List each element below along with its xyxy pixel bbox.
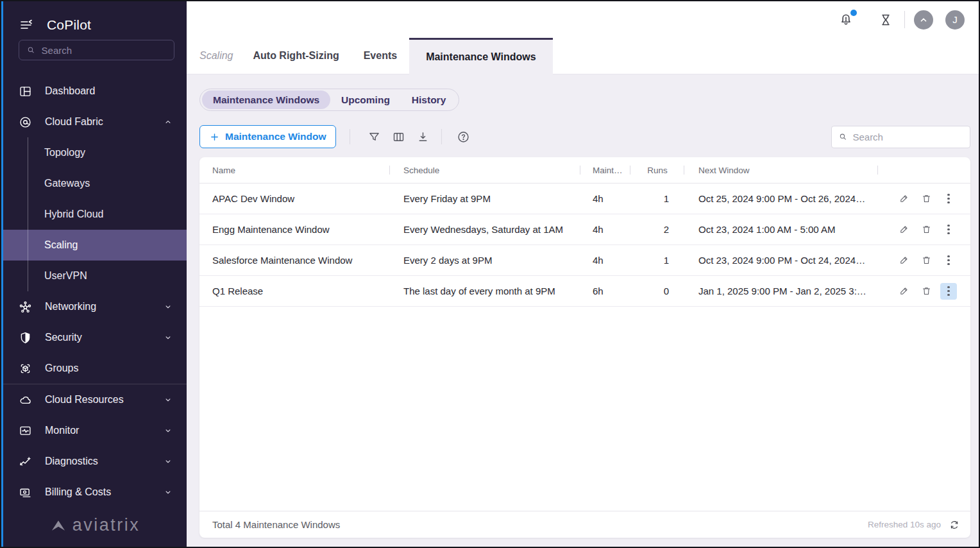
add-button-label: Maintenance Window — [225, 131, 326, 142]
hourglass-icon — [878, 12, 893, 28]
edit-button[interactable] — [895, 252, 912, 269]
kebab-icon — [947, 194, 949, 203]
row-actions — [878, 283, 970, 300]
sidebar-item-diagnostics[interactable]: Diagnostics — [3, 446, 187, 477]
delete-button[interactable] — [918, 283, 934, 300]
help-icon — [457, 130, 470, 144]
sidebar-item-scaling[interactable]: Scaling — [3, 230, 187, 261]
sidebar-item-label: Groups — [45, 363, 173, 374]
cell-schedule: Every 2 days at 9PM — [390, 255, 580, 266]
more-menu-button[interactable] — [940, 221, 957, 238]
table-empty-space — [199, 307, 970, 511]
notifications-button[interactable] — [838, 12, 854, 28]
tab-auto-right-sizing[interactable]: Auto Right-Sizing — [253, 50, 339, 62]
sidebar-item-dashboard[interactable]: Dashboard — [3, 76, 187, 107]
more-menu-button[interactable] — [940, 191, 957, 207]
cell-runs: 1 — [630, 193, 684, 204]
tab-maintenance-windows[interactable]: Maintenance Windows — [409, 38, 552, 74]
sidebar-item-uservpn[interactable]: UserVPN — [3, 261, 187, 291]
columns-button[interactable] — [390, 128, 407, 145]
table-footer: Total 4 Maintenance Windows Refreshed 10… — [199, 511, 970, 538]
billing-icon — [19, 486, 32, 499]
sidebar-subitem-label: Scaling — [44, 239, 78, 251]
scroll-top-button[interactable] — [914, 10, 933, 30]
sidebar-item-monitor[interactable]: Monitor — [3, 415, 187, 446]
trash-icon — [921, 193, 932, 204]
sidebar-item-networking[interactable]: Networking — [3, 291, 187, 322]
more-menu-button[interactable] — [940, 283, 957, 300]
more-menu-button[interactable] — [940, 252, 957, 269]
trash-icon — [921, 286, 932, 296]
sidebar-item-gateways[interactable]: Gateways — [3, 168, 187, 199]
sidebar-item-cloud-fabric[interactable]: Cloud Fabric — [3, 107, 187, 137]
refresh-button[interactable] — [948, 518, 961, 531]
cell-name: APAC Dev Window — [199, 193, 390, 204]
chevron-down-icon — [164, 395, 173, 404]
delete-button[interactable] — [918, 191, 934, 207]
column-header-name[interactable]: Name — [199, 166, 390, 175]
diagnostics-icon — [19, 455, 32, 468]
edit-button[interactable] — [895, 283, 912, 300]
add-maintenance-window-button[interactable]: Maintenance Window — [199, 125, 336, 148]
sidebar-item-groups[interactable]: Groups — [3, 353, 187, 384]
cloud-fabric-children: Topology Gateways Hybrid Cloud Scaling U… — [3, 137, 187, 291]
filter-icon — [368, 130, 381, 144]
collapse-menu-icon[interactable] — [19, 17, 34, 33]
cell-runs: 0 — [630, 286, 684, 296]
column-header-schedule[interactable]: Schedule — [390, 166, 580, 175]
kebab-icon — [947, 225, 949, 234]
cloud-icon — [19, 393, 32, 407]
column-header-maintenance[interactable]: Maint… — [580, 166, 630, 175]
cell-next-window: Oct 23, 2024 9:00 PM - Oct 24, 2024… — [684, 255, 878, 266]
sidebar-item-topology[interactable]: Topology — [3, 137, 187, 168]
help-button[interactable] — [455, 128, 471, 145]
toolbar-divider — [441, 129, 442, 144]
table-row[interactable]: Engg Maintenance Window Every Wednesdays… — [199, 214, 970, 245]
sidebar-item-label: Monitor — [45, 425, 151, 436]
main-area: J Scaling Auto Right-Sizing Events Maint… — [187, 1, 979, 547]
table-row[interactable]: Q1 Release The last day of every month a… — [199, 276, 970, 307]
sidebar-search-input[interactable] — [42, 45, 166, 56]
row-actions — [878, 252, 970, 269]
tab-events[interactable]: Events — [364, 50, 397, 62]
pencil-icon — [899, 224, 909, 235]
page-content: Maintenance Windows Upcoming History Mai… — [187, 74, 979, 547]
table-search[interactable] — [831, 126, 970, 148]
sidebar-item-security[interactable]: Security — [3, 322, 187, 353]
cell-next-window: Oct 25, 2024 9:00 PM - Oct 26, 2024… — [684, 193, 878, 204]
delete-button[interactable] — [918, 252, 934, 269]
chevron-down-icon — [164, 457, 173, 466]
download-button[interactable] — [414, 128, 431, 145]
topbar: J — [187, 1, 979, 38]
sidebar-subitem-label: Hybrid Cloud — [44, 209, 103, 220]
cell-schedule: Every Wednesdays, Saturday at 1AM — [390, 224, 580, 235]
sidebar-item-hybrid-cloud[interactable]: Hybrid Cloud — [3, 199, 187, 230]
column-header-runs[interactable]: Runs — [630, 166, 684, 175]
table-search-input[interactable] — [852, 132, 963, 142]
sidebar-subitem-label: Gateways — [44, 178, 90, 189]
toggle-upcoming[interactable]: Upcoming — [330, 90, 401, 109]
chevron-up-icon — [919, 15, 928, 24]
networking-icon — [19, 300, 32, 314]
sidebar-subitem-label: Topology — [44, 147, 85, 158]
user-avatar[interactable]: J — [945, 10, 965, 30]
edit-button[interactable] — [895, 191, 912, 207]
toggle-history[interactable]: History — [401, 90, 457, 109]
cloud-fabric-icon — [19, 116, 32, 129]
pencil-icon — [899, 286, 909, 296]
filter-button[interactable] — [366, 128, 382, 145]
tabs-bar: Scaling Auto Right-Sizing Events Mainten… — [187, 38, 979, 74]
edit-button[interactable] — [895, 221, 912, 238]
sidebar-subitem-label: UserVPN — [44, 270, 87, 282]
table-row[interactable]: APAC Dev Window Every Friday at 9PM 4h 1… — [199, 184, 970, 214]
sidebar-nav: Dashboard Cloud Fabric Topology Gateways… — [3, 76, 187, 547]
sidebar-item-billing-costs[interactable]: Billing & Costs — [3, 477, 187, 508]
column-header-next-window[interactable]: Next Window — [684, 166, 878, 175]
sidebar-search[interactable] — [19, 40, 174, 60]
tasks-button[interactable] — [877, 12, 894, 28]
toggle-maintenance-windows[interactable]: Maintenance Windows — [202, 90, 330, 109]
sidebar-item-cloud-resources[interactable]: Cloud Resources — [3, 384, 187, 415]
monitor-icon — [19, 424, 32, 438]
table-row[interactable]: Salesforce Maintenance Window Every 2 da… — [199, 245, 970, 276]
delete-button[interactable] — [918, 221, 934, 238]
